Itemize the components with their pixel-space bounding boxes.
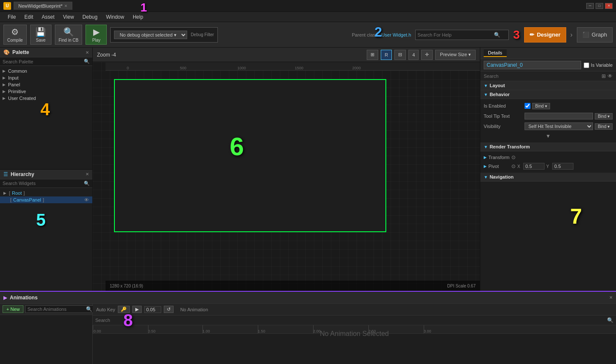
animations-close-btn[interactable]: ✕ — [609, 295, 613, 300]
canvas-dashed-border — [114, 79, 386, 232]
tooltip-bind-btn[interactable]: Bind ▾ — [595, 113, 613, 119]
menu-debug[interactable]: Debug — [78, 13, 102, 21]
palette-input-label: Input — [8, 75, 18, 80]
tooltip-label: Tool Tip Text — [484, 114, 522, 119]
anim-step-btn[interactable]: ↺ — [164, 306, 174, 313]
search-anim-input[interactable] — [27, 307, 86, 312]
hierarchy-close-btn[interactable]: ✕ — [86, 172, 89, 176]
details-eye2-icon[interactable]: 👁 — [607, 73, 613, 79]
hierarchy-search-icon: 🔍 — [84, 181, 90, 186]
visibility-dropdown[interactable]: Self Hit Test Invisible — [525, 122, 593, 130]
behavior-arrow: ▼ — [484, 92, 488, 97]
toolbar: ⚙ Compile 💾 Save 🔍 Find in CB ▶ Play No … — [0, 22, 616, 48]
tline-300 — [424, 325, 424, 333]
graph-button[interactable]: ⬛ Graph — [577, 27, 613, 43]
graph-icon: ⬛ — [582, 31, 589, 38]
minimize-btn[interactable]: ─ — [586, 3, 594, 9]
palette-item-primitive[interactable]: ▶ Primitive — [0, 88, 92, 95]
palette-item-input[interactable]: ▶ Input — [0, 74, 92, 81]
pivot-x-input[interactable] — [523, 163, 545, 170]
tab-close-btn[interactable]: ✕ — [64, 4, 68, 8]
canvas-controls: ⊞ R ⊟ 4 ✛ Preview Size ▾ — [367, 50, 476, 60]
palette-user-label: User Created — [8, 96, 36, 101]
new-animation-label: New — [10, 307, 20, 312]
find-cb-button[interactable]: 🔍 Find in CB — [55, 25, 83, 45]
behavior-section-header[interactable]: ▼ Behavior — [480, 90, 616, 99]
maximize-btn[interactable]: □ — [596, 3, 603, 9]
left-panel: 🎨 Palette ✕ 🔍 ▶ Common ▶ Input ▶ — [0, 48, 93, 291]
pivot-expand-arrow[interactable]: ▶ — [484, 164, 487, 168]
is-variable-checkbox[interactable] — [584, 63, 589, 68]
navigation-section-header[interactable]: ▼ Navigation — [480, 173, 616, 182]
designer-button[interactable]: ✏ Designer — [524, 27, 566, 43]
pivot-reset-icon[interactable]: ⊙ — [511, 163, 516, 169]
canvas-4-btn[interactable]: 4 — [408, 50, 419, 60]
play-label: Play — [92, 38, 100, 43]
palette-icon: 🎨 — [3, 49, 10, 55]
is-enabled-checkbox[interactable] — [525, 103, 530, 109]
visibility-bind-btn[interactable]: Bind ▾ — [595, 123, 613, 130]
pivot-y-input[interactable] — [552, 163, 573, 170]
menu-asset[interactable]: Asset — [37, 13, 59, 21]
palette-close-btn[interactable]: ✕ — [86, 50, 89, 55]
details-tab-details[interactable]: Details — [484, 49, 507, 57]
canvas-r-btn[interactable]: R — [381, 50, 392, 60]
palette-item-panel[interactable]: ▶ Panel — [0, 81, 92, 88]
hierarchy-tree: ▶ [ Root ] [ CanvasPanel ] 👁 — [0, 188, 92, 291]
hierarchy-header[interactable]: ☰ Hierarchy ✕ — [0, 170, 92, 179]
tline-150 — [258, 325, 258, 333]
anim-play-btn[interactable]: ▶ — [132, 306, 142, 313]
label-number-2: 2 — [374, 24, 382, 40]
anim-step-input[interactable] — [144, 306, 161, 313]
play-button[interactable]: ▶ Play — [86, 25, 107, 45]
search-widgets-input[interactable] — [3, 181, 82, 186]
canvas-grid-btn[interactable]: ⊞ — [367, 50, 378, 60]
save-button[interactable]: 💾 Save — [30, 25, 51, 45]
preview-size-btn[interactable]: Preview Size ▾ — [435, 50, 476, 60]
transform-reset-icon[interactable]: ⊙ — [511, 154, 516, 160]
menu-file[interactable]: File — [3, 13, 20, 21]
parent-class-value[interactable]: User Widget.h — [382, 32, 411, 37]
close-btn[interactable]: ✕ — [605, 3, 613, 9]
navigation-arrow: ▼ — [484, 175, 488, 179]
debug-dropdown[interactable]: No debug object selected ▾ — [114, 31, 187, 39]
active-tab[interactable]: NewWidgetBlueprint* ✕ — [14, 2, 72, 10]
save-label: Save — [36, 38, 46, 43]
transform-expand-arrow[interactable]: ▶ — [484, 155, 487, 159]
search-palette-input[interactable] — [3, 59, 82, 64]
animations-icon: ▶ — [3, 295, 7, 301]
canvas-grid2-btn[interactable]: ⊟ — [394, 50, 406, 60]
hierarchy-root-item[interactable]: ▶ [ Root ] — [0, 190, 92, 196]
label-number-4: 4 — [40, 100, 50, 119]
designer-icon: ✏ — [530, 31, 534, 38]
is-enabled-bind-btn[interactable]: Bind ▾ — [532, 103, 550, 109]
details-search-row: ⊞ 👁 — [480, 71, 616, 81]
details-search-input[interactable] — [484, 74, 600, 79]
menu-view[interactable]: View — [59, 13, 78, 21]
new-animation-btn[interactable]: + New — [3, 305, 23, 313]
menu-edit[interactable]: Edit — [20, 13, 37, 21]
canvas-eye-icon[interactable]: 👁 — [84, 197, 89, 202]
search-help-input[interactable] — [417, 32, 494, 37]
canvas-area[interactable]: 0 500 1000 1500 2000 1280 x 720 (16:9) D… — [93, 62, 480, 291]
ruler-1000: 1000 — [237, 66, 246, 70]
main-layout: 🎨 Palette ✕ 🔍 ▶ Common ▶ Input ▶ — [0, 48, 616, 291]
palette-header[interactable]: 🎨 Palette ✕ — [0, 48, 92, 57]
menu-window[interactable]: Window — [102, 13, 128, 21]
details-tabs: Details — [484, 49, 507, 57]
layout-section-header[interactable]: ▼ Layout — [480, 81, 616, 90]
compile-button[interactable]: ⚙ Compile — [3, 25, 27, 45]
pivot-x-group: X — [517, 163, 545, 170]
expand-down-icon[interactable]: ▼ — [546, 133, 551, 139]
title-bar: U NewWidgetBlueprint* ✕ ─ □ ✕ — [0, 0, 616, 12]
anim-search-input2[interactable] — [95, 318, 605, 323]
hierarchy-canvas-item[interactable]: [ CanvasPanel ] 👁 — [0, 196, 92, 203]
tooltip-input[interactable] — [525, 113, 593, 119]
search-widgets-box: 🔍 — [0, 179, 92, 188]
details-name-input[interactable] — [484, 61, 581, 69]
render-transform-section-header[interactable]: ▼ Render Transform — [480, 142, 616, 151]
save-icon: 💾 — [35, 27, 46, 37]
palette-item-common[interactable]: ▶ Common — [0, 68, 92, 74]
details-grid-icon[interactable]: ⊞ — [602, 73, 606, 79]
canvas-move-btn[interactable]: ✛ — [421, 50, 433, 60]
